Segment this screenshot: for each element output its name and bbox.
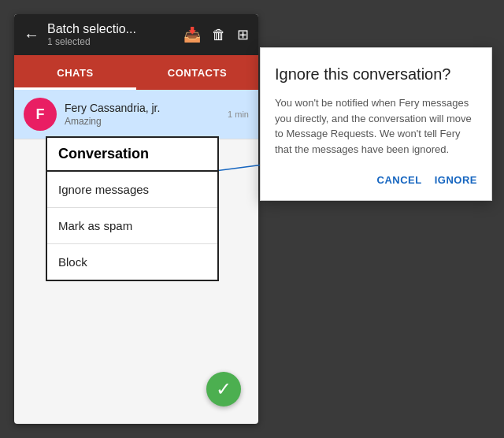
phone-frame: ← Batch selectio... 1 selected 📥 🗑 ⊞ CHA… xyxy=(14,14,258,424)
ignore-messages-item[interactable]: Ignore messages xyxy=(47,172,217,208)
grid-icon[interactable]: ⊞ xyxy=(237,26,249,43)
delete-icon[interactable]: 🗑 xyxy=(212,27,226,43)
chat-preview: Amazing xyxy=(65,116,220,127)
conversation-menu-title: Conversation xyxy=(47,138,217,172)
dialog-title: Ignore this conversation? xyxy=(275,64,477,84)
tab-chats[interactable]: CHATS xyxy=(14,55,136,90)
chat-time: 1 min xyxy=(228,110,249,119)
dialog-body: You won't be notified when Fery messages… xyxy=(275,95,477,157)
checkmark-icon: ✓ xyxy=(216,378,232,400)
fab-button[interactable]: ✓ xyxy=(206,372,241,406)
back-button[interactable]: ← xyxy=(24,26,39,44)
selected-count: 1 selected xyxy=(47,36,176,47)
cancel-button[interactable]: CANCEL xyxy=(377,171,422,189)
tab-contacts[interactable]: CONTACTS xyxy=(136,55,258,90)
tabs-bar: CHATS CONTACTS xyxy=(14,55,258,90)
mark-spam-item[interactable]: Mark as spam xyxy=(47,208,217,244)
archive-icon[interactable]: 📥 xyxy=(183,26,201,43)
avatar: F xyxy=(24,98,57,131)
ignore-dialog: Ignore this conversation? You won't be n… xyxy=(260,47,492,201)
dialog-actions: CANCEL IGNORE xyxy=(275,171,477,189)
title-area: Batch selectio... 1 selected xyxy=(47,22,176,47)
block-item[interactable]: Block xyxy=(47,244,217,280)
chat-info: Fery Cassandria, jr. Amazing xyxy=(65,102,220,127)
ignore-button[interactable]: IGNORE xyxy=(435,171,477,189)
chat-list-item[interactable]: F Fery Cassandria, jr. Amazing 1 min xyxy=(14,90,258,139)
page-title: Batch selectio... xyxy=(47,22,176,36)
toolbar-icons: 📥 🗑 ⊞ xyxy=(183,26,249,43)
chat-name: Fery Cassandria, jr. xyxy=(65,102,220,114)
conversation-menu: Conversation Ignore messages Mark as spa… xyxy=(46,136,219,281)
top-bar: ← Batch selectio... 1 selected 📥 🗑 ⊞ xyxy=(14,14,258,55)
